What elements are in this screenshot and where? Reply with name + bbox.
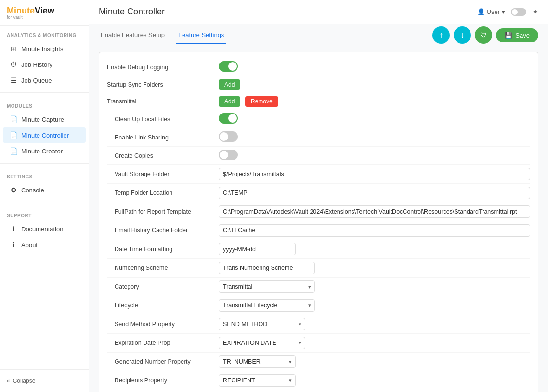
- sidebar-item-minute-creator[interactable]: 📄 Minute Creator: [3, 143, 86, 159]
- select-category[interactable]: Transmittal: [219, 280, 315, 293]
- row-recipients-property: Recipients Property RECIPIENT: [107, 371, 530, 390]
- label-temp-folder-location: Temp Folder Location: [107, 190, 213, 196]
- grid-icon: ⊞: [10, 45, 17, 52]
- label-recipients-property: Recipients Property: [107, 377, 213, 384]
- input-fullpath-report-template[interactable]: [219, 205, 530, 218]
- row-numbering-scheme: Numbering Scheme: [107, 259, 530, 278]
- sidebar-section-modules: MODULES 📄 Minute Capture 📄 Minute Contro…: [0, 97, 89, 159]
- label-startup-sync-folders: Startup Sync Folders: [107, 81, 213, 88]
- row-date-time-formatting: Date Time Formatting: [107, 240, 530, 259]
- row-category: Category Transmittal: [107, 278, 530, 296]
- logo: MinuteView for Vault: [0, 0, 89, 26]
- control-fullpath-report-template: [219, 205, 530, 218]
- star-icon[interactable]: ✦: [532, 7, 538, 16]
- sidebar-item-about[interactable]: ℹ About: [3, 237, 86, 253]
- add-startup-sync-button[interactable]: Add: [219, 79, 240, 90]
- shield-icon: 🛡: [480, 31, 487, 39]
- page-title: Minute Controller: [99, 7, 165, 17]
- sidebar-item-job-queue[interactable]: ☰ Job Queue: [3, 73, 86, 88]
- remove-transmittal-button[interactable]: Remove: [245, 96, 278, 107]
- logo-text: MinuteView: [7, 6, 82, 16]
- select-send-method[interactable]: SEND METHOD: [219, 318, 305, 330]
- sidebar-item-label: Documentation: [21, 226, 63, 233]
- sidebar-section-analytics: ANALYTICS & MONITORING ⊞ Minute Insights…: [0, 26, 89, 89]
- sidebar: MinuteView for Vault ANALYTICS & MONITOR…: [0, 0, 89, 392]
- toggle-enable-link-sharing[interactable]: [219, 131, 238, 142]
- settings-panel: Enable Debug Logging Startup Sync Folder…: [99, 52, 538, 392]
- doc-icon: 📄: [10, 115, 17, 123]
- save-button[interactable]: 💾 Save: [496, 28, 538, 42]
- main-content: Minute Controller 👤 User ▾ ✦ Enable Feat…: [89, 0, 548, 392]
- row-transmittal: Transmittal Add Remove: [107, 93, 530, 110]
- sidebar-item-minute-capture[interactable]: 📄 Minute Capture: [3, 112, 86, 127]
- header-toggle[interactable]: [511, 8, 526, 16]
- row-added-file-source-property: Added File Source Property ADDED SOURCE …: [107, 390, 530, 392]
- user-menu[interactable]: 👤 User ▾: [477, 8, 505, 15]
- sidebar-item-label: Minute Capture: [21, 116, 64, 123]
- row-fullpath-report-template: FullPath for Report Template: [107, 202, 530, 221]
- label-clean-up-local-files: Clean Up Local Files: [107, 116, 213, 123]
- toggle-enable-debug-logging[interactable]: [219, 61, 238, 72]
- toggle-create-copies[interactable]: [219, 150, 238, 160]
- select-recipients[interactable]: RECIPIENT: [219, 374, 296, 387]
- input-email-history-cache-folder[interactable]: [219, 224, 530, 237]
- collapse-label: Collapse: [13, 378, 36, 384]
- row-clean-up-local-files: Clean Up Local Files: [107, 110, 530, 128]
- shield-button[interactable]: 🛡: [475, 26, 492, 44]
- list-icon: ☰: [10, 76, 17, 84]
- select-wrapper-lifecycle: Transmittal Lifecycle: [219, 299, 315, 312]
- collapse-button[interactable]: « Collapse: [0, 374, 89, 388]
- download-button[interactable]: ↓: [454, 26, 471, 44]
- label-vault-storage-folder: Vault Storage Folder: [107, 171, 213, 177]
- input-date-time-formatting[interactable]: [219, 243, 296, 255]
- label-create-copies: Create Copies: [107, 152, 213, 159]
- clock-icon: ⏱: [10, 61, 17, 68]
- header-right: 👤 User ▾ ✦: [477, 7, 538, 16]
- toggle-clean-up-local-files[interactable]: [219, 113, 238, 124]
- control-temp-folder-location: [219, 187, 530, 199]
- select-expiration-date[interactable]: EXPIRATION DATE: [219, 337, 305, 349]
- sidebar-item-label: Minute Controller: [21, 132, 69, 139]
- control-enable-link-sharing: [219, 131, 530, 143]
- upload-button[interactable]: ↑: [432, 26, 450, 44]
- control-expiration-date-prop: EXPIRATION DATE: [219, 337, 530, 349]
- select-generated-number[interactable]: TR_NUMBER: [219, 355, 296, 368]
- chevron-down-icon: ▾: [502, 8, 505, 15]
- label-lifecycle: Lifecycle: [107, 302, 213, 309]
- input-vault-storage-folder[interactable]: [219, 168, 530, 180]
- control-send-method-property: SEND METHOD: [219, 318, 530, 330]
- control-vault-storage-folder: [219, 168, 530, 180]
- section-label-modules: MODULES: [0, 97, 89, 111]
- select-wrapper-category: Transmittal: [219, 280, 315, 293]
- sidebar-item-label: Console: [21, 187, 44, 194]
- control-enable-debug-logging: [219, 61, 530, 73]
- sidebar-item-documentation[interactable]: ℹ Documentation: [3, 221, 86, 237]
- doc-icon: 📄: [10, 147, 17, 155]
- save-icon: 💾: [505, 32, 512, 39]
- label-category: Category: [107, 283, 213, 290]
- tab-enable-features-setup[interactable]: Enable Features Setup: [99, 26, 167, 44]
- tab-feature-settings[interactable]: Feature Settings: [176, 26, 226, 44]
- content-area: Enable Debug Logging Startup Sync Folder…: [89, 44, 548, 392]
- row-expiration-date-prop: Expiration Date Prop EXPIRATION DATE: [107, 334, 530, 353]
- sidebar-item-minute-insights[interactable]: ⊞ Minute Insights: [3, 41, 86, 56]
- sidebar-item-minute-controller[interactable]: 📄 Minute Controller: [3, 127, 86, 143]
- select-wrapper-expiration-date: EXPIRATION DATE: [219, 337, 305, 349]
- section-label-support: SUPPORT: [0, 206, 89, 221]
- select-lifecycle[interactable]: Transmittal Lifecycle: [219, 299, 315, 312]
- control-email-history-cache-folder: [219, 224, 530, 237]
- section-label-settings: SETTINGS: [0, 167, 89, 182]
- control-numbering-scheme: [219, 262, 530, 274]
- label-transmittal: Transmittal: [107, 98, 213, 105]
- row-email-history-cache-folder: Email History Cache Folder: [107, 221, 530, 240]
- select-wrapper-recipients: RECIPIENT: [219, 374, 296, 387]
- control-clean-up-local-files: [219, 113, 530, 125]
- row-enable-debug-logging: Enable Debug Logging: [107, 58, 530, 76]
- control-generated-number-property: TR_NUMBER: [219, 355, 530, 368]
- info-icon: ℹ: [10, 241, 17, 249]
- sidebar-item-console[interactable]: ⚙ Console: [3, 182, 86, 198]
- input-numbering-scheme[interactable]: [219, 262, 315, 274]
- input-temp-folder-location[interactable]: [219, 187, 530, 199]
- sidebar-item-job-history[interactable]: ⏱ Job History: [3, 57, 86, 72]
- add-transmittal-button[interactable]: Add: [219, 96, 240, 107]
